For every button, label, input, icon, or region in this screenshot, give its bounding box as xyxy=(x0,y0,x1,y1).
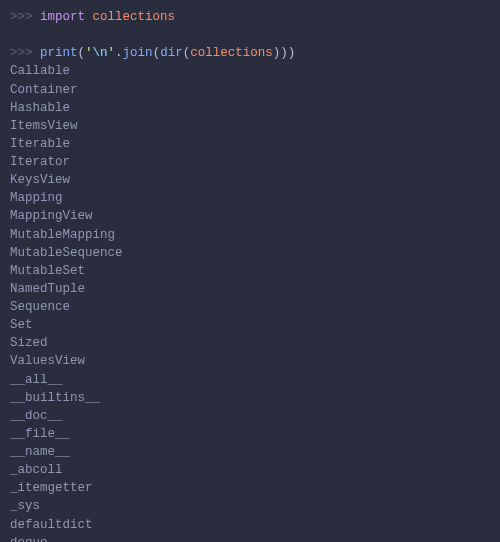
repl-output-line: ValuesView xyxy=(10,352,490,370)
repl-output-line: MutableSet xyxy=(10,262,490,280)
code-token: ( xyxy=(78,46,86,60)
code-token: \n xyxy=(93,46,108,60)
repl-input-line: >>> print('\n'.join(dir(collections))) xyxy=(10,44,490,62)
repl-output-line: _itemgetter xyxy=(10,479,490,497)
repl-output-line: ItemsView xyxy=(10,117,490,135)
repl-output-line: MutableMapping xyxy=(10,226,490,244)
code-token: collections xyxy=(93,10,176,24)
repl-output-line: Iterator xyxy=(10,153,490,171)
code-token: ))) xyxy=(273,46,296,60)
repl-prompt: >>> xyxy=(10,46,40,60)
repl-output-line: Mapping xyxy=(10,189,490,207)
code-token: join xyxy=(123,46,153,60)
repl-output-line: Sized xyxy=(10,334,490,352)
repl-output-line: Sequence xyxy=(10,298,490,316)
repl-output-line: __doc__ xyxy=(10,407,490,425)
repl-output-line: __file__ xyxy=(10,425,490,443)
code-token: . xyxy=(115,46,123,60)
repl-output-line: _abcoll xyxy=(10,461,490,479)
repl-output-line: Iterable xyxy=(10,135,490,153)
repl-output-line: _sys xyxy=(10,497,490,515)
repl-output-line: Set xyxy=(10,316,490,334)
code-token: collections xyxy=(190,46,273,60)
terminal-output: >>> import collections >>> print('\n'.jo… xyxy=(0,0,500,542)
repl-output-line: Container xyxy=(10,81,490,99)
code-token: print xyxy=(40,46,78,60)
repl-prompt: >>> xyxy=(10,10,40,24)
repl-output-line: NamedTuple xyxy=(10,280,490,298)
code-token xyxy=(85,10,93,24)
code-token: ( xyxy=(153,46,161,60)
repl-blank-line xyxy=(10,26,490,44)
repl-output-line: Hashable xyxy=(10,99,490,117)
repl-output-line: Callable xyxy=(10,62,490,80)
code-token: ' xyxy=(108,46,116,60)
repl-output-line: MutableSequence xyxy=(10,244,490,262)
repl-output-line: deque xyxy=(10,534,490,542)
repl-output-line: KeysView xyxy=(10,171,490,189)
repl-output-line: __all__ xyxy=(10,371,490,389)
repl-output-line: __name__ xyxy=(10,443,490,461)
repl-output-line: MappingView xyxy=(10,207,490,225)
code-token: ' xyxy=(85,46,93,60)
repl-input-line: >>> import collections xyxy=(10,8,490,26)
code-token: dir xyxy=(160,46,183,60)
repl-output-line: defaultdict xyxy=(10,516,490,534)
code-token: import xyxy=(40,10,85,24)
repl-output-line: __builtins__ xyxy=(10,389,490,407)
